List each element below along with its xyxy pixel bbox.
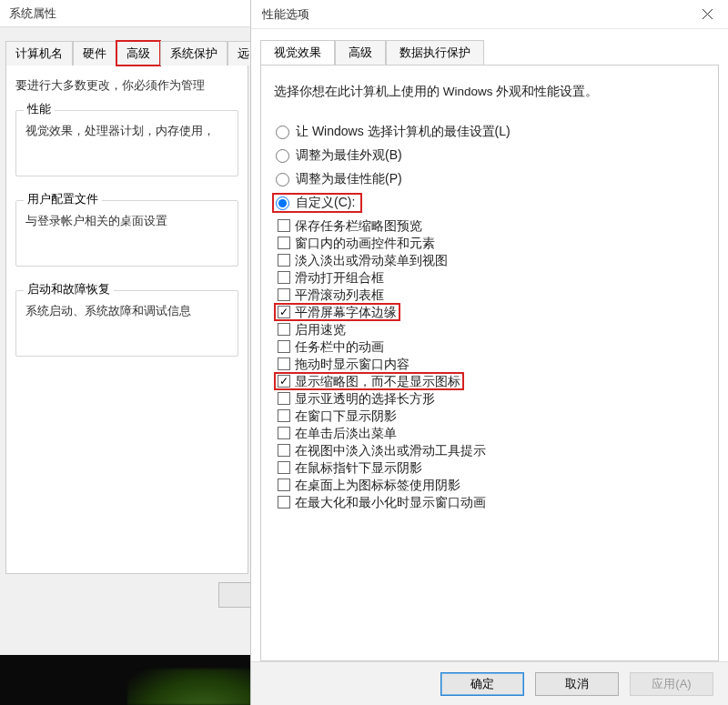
- perf-radio-label: 让 Windows 选择计算机的最佳设置(L): [296, 124, 511, 140]
- perf-tab[interactable]: 数据执行保护: [386, 40, 484, 65]
- sysprops-body: 要进行大多数更改，你必须作为管理 性能 视觉效果，处理器计划，内存使用， 用户配…: [5, 65, 248, 574]
- perf-check-label: 任务栏中的动画: [295, 340, 384, 353]
- sysprops-tab[interactable]: 高级: [116, 41, 160, 65]
- perf-check-option[interactable]: 保存任务栏缩略图预览: [276, 218, 424, 233]
- checkbox-icon[interactable]: [278, 409, 290, 422]
- perf-check-label: 在鼠标指针下显示阴影: [295, 461, 422, 474]
- checkbox-icon[interactable]: [278, 427, 290, 439]
- perf-tab-body: 选择你想在此计算机上使用的 Windows 外观和性能设置。 让 Windows…: [260, 65, 719, 661]
- sysprops-group-userprofile-line: 与登录帐户相关的桌面设置: [25, 214, 228, 229]
- perf-titlebar: 性能选项: [251, 0, 728, 29]
- sysprops-group-performance-line: 视觉效果，处理器计划，内存使用，: [25, 124, 228, 139]
- perf-radio-label: 调整为最佳外观(B): [296, 147, 402, 164]
- sysprops-hint: 要进行大多数更改，你必须作为管理: [15, 78, 238, 94]
- perf-check-option[interactable]: 在窗口下显示阴影: [276, 408, 399, 423]
- radio-icon[interactable]: [276, 173, 289, 186]
- sysprops-title: 系统属性: [0, 0, 254, 27]
- checkbox-icon[interactable]: [278, 254, 290, 267]
- sysprops-tab[interactable]: 计算机名: [5, 41, 73, 65]
- perf-check-label: 在视图中淡入淡出或滑动工具提示: [295, 444, 486, 457]
- perf-check-label: 在最大化和最小化时显示窗口动画: [295, 496, 486, 509]
- perf-check-label: 窗口内的动画控件和元素: [295, 237, 435, 249]
- perf-tab[interactable]: 高级: [335, 40, 386, 65]
- perf-hint: 选择你想在此计算机上使用的 Windows 外观和性能设置。: [274, 84, 705, 100]
- sysprops-group-performance: 性能 视觉效果，处理器计划，内存使用，: [15, 110, 238, 176]
- sysprops-tab[interactable]: 硬件: [73, 41, 116, 65]
- close-icon: [703, 9, 713, 19]
- checkbox-icon[interactable]: [278, 496, 290, 509]
- sysprops-tabstrip: 计算机名硬件高级系统保护远: [5, 40, 248, 65]
- checkbox-icon[interactable]: [278, 340, 290, 353]
- perf-title: 性能选项: [262, 6, 309, 23]
- desktop-wallpaper-fragment: [127, 669, 255, 705]
- perf-check-option[interactable]: 任务栏中的动画: [276, 339, 386, 354]
- checkbox-icon[interactable]: [278, 461, 290, 474]
- perf-check-label: 滑动打开组合框: [295, 271, 384, 284]
- checkbox-icon[interactable]: [278, 444, 290, 457]
- radio-icon[interactable]: [276, 196, 289, 210]
- perf-check-option[interactable]: 在桌面上为图标标签使用阴影: [276, 478, 462, 492]
- checkbox-icon[interactable]: [278, 392, 290, 405]
- sysprops-group-performance-legend: 性能: [24, 102, 55, 117]
- perf-check-option[interactable]: 窗口内的动画控件和元素: [276, 236, 437, 250]
- perf-check-option[interactable]: 平滑滚动列表框: [276, 287, 386, 302]
- perf-check-label: 淡入淡出或滑动菜单到视图: [295, 254, 448, 267]
- perf-radio-option[interactable]: 调整为最佳性能(P): [274, 171, 705, 187]
- perf-check-option[interactable]: 拖动时显示窗口内容: [276, 357, 411, 371]
- perf-radio-option[interactable]: 让 Windows 选择计算机的最佳设置(L): [274, 124, 705, 140]
- system-properties-window: 系统属性 计算机名硬件高级系统保护远 要进行大多数更改，你必须作为管理 性能 视…: [0, 0, 255, 655]
- perf-check-label: 平滑滚动列表框: [295, 288, 384, 301]
- perf-radio-label: 调整为最佳性能(P): [296, 171, 402, 187]
- sysprops-group-startup-line: 系统启动、系统故障和调试信息: [25, 304, 228, 319]
- checkbox-icon[interactable]: [278, 478, 290, 491]
- perf-check-label: 平滑屏幕字体边缘: [295, 306, 397, 318]
- cancel-button[interactable]: 取消: [535, 672, 619, 696]
- close-button[interactable]: [686, 0, 728, 29]
- radio-icon[interactable]: [276, 149, 289, 163]
- perf-check-option[interactable]: 显示缩略图，而不是显示图标: [276, 374, 462, 388]
- perf-radio-option[interactable]: 调整为最佳外观(B): [274, 147, 705, 164]
- apply-button[interactable]: 应用(A): [630, 672, 713, 696]
- perf-check-option[interactable]: 在视图中淡入淡出或滑动工具提示: [276, 443, 488, 458]
- perf-check-option[interactable]: 平滑屏幕字体边缘: [276, 305, 399, 319]
- checkbox-icon[interactable]: [278, 237, 290, 249]
- perf-check-option[interactable]: 滑动打开组合框: [276, 270, 386, 285]
- perf-check-label: 在桌面上为图标标签使用阴影: [295, 478, 460, 491]
- desktop-background: [0, 655, 255, 705]
- perf-check-option[interactable]: 在单击后淡出菜单: [276, 426, 399, 440]
- sysprops-tab[interactable]: 系统保护: [160, 41, 228, 65]
- checkbox-icon[interactable]: [278, 288, 290, 301]
- perf-button-bar: 确定 取消 应用(A): [251, 661, 728, 705]
- perf-check-label: 启用速览: [295, 323, 346, 336]
- perf-radiogroup: 让 Windows 选择计算机的最佳设置(L)调整为最佳外观(B)调整为最佳性能…: [274, 124, 705, 211]
- checkbox-icon[interactable]: [278, 323, 290, 336]
- sysprops-group-userprofile: 用户配置文件 与登录帐户相关的桌面设置: [15, 200, 238, 267]
- ok-button[interactable]: 确定: [440, 672, 524, 696]
- sysprops-group-userprofile-legend: 用户配置文件: [24, 192, 102, 207]
- perf-radio-option[interactable]: 自定义(C):: [274, 195, 360, 211]
- checkbox-icon[interactable]: [278, 375, 290, 388]
- sysprops-group-startup-legend: 启动和故障恢复: [24, 282, 114, 297]
- perf-check-label: 在单击后淡出菜单: [295, 427, 397, 439]
- perf-tab[interactable]: 视觉效果: [260, 40, 335, 65]
- checkbox-icon[interactable]: [278, 219, 290, 232]
- perf-check-label: 拖动时显示窗口内容: [295, 358, 410, 370]
- perf-check-label: 显示亚透明的选择长方形: [295, 392, 435, 405]
- perf-check-label: 保存任务栏缩略图预览: [295, 219, 422, 232]
- performance-options-window: 性能选项 视觉效果高级数据执行保护 选择你想在此计算机上使用的 Windows …: [250, 0, 728, 705]
- perf-check-option[interactable]: 淡入淡出或滑动菜单到视图: [276, 253, 450, 267]
- perf-radio-label: 自定义(C):: [296, 195, 355, 211]
- perf-check-label: 在窗口下显示阴影: [295, 409, 397, 422]
- sysprops-truncated-button[interactable]: [218, 582, 255, 608]
- perf-check-option[interactable]: 在最大化和最小化时显示窗口动画: [276, 495, 488, 509]
- perf-check-option[interactable]: 启用速览: [276, 322, 348, 337]
- perf-check-option[interactable]: 在鼠标指针下显示阴影: [276, 460, 424, 475]
- perf-checklist: 保存任务栏缩略图预览窗口内的动画控件和元素淡入淡出或滑动菜单到视图滑动打开组合框…: [276, 218, 705, 509]
- perf-check-option[interactable]: 显示亚透明的选择长方形: [276, 391, 437, 406]
- checkbox-icon[interactable]: [278, 358, 290, 370]
- sysprops-group-startup: 启动和故障恢复 系统启动、系统故障和调试信息: [15, 290, 238, 357]
- radio-icon[interactable]: [276, 126, 289, 139]
- checkbox-icon[interactable]: [278, 271, 290, 284]
- checkbox-icon[interactable]: [278, 306, 290, 318]
- perf-tabstrip: 视觉效果高级数据执行保护: [260, 40, 719, 65]
